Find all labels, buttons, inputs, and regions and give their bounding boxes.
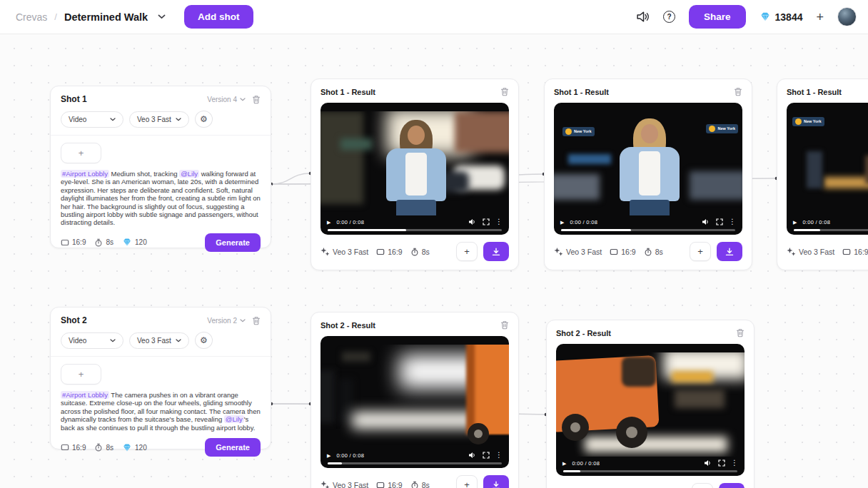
location-tag[interactable]: #Airport Lobbly <box>61 170 109 178</box>
play-icon[interactable]: ▶ <box>560 220 564 225</box>
delete-result-button[interactable] <box>736 328 745 337</box>
prompt-segment: walking forward at eye-level. She is an … <box>61 170 261 226</box>
walking-person-blob <box>865 156 868 184</box>
download-button[interactable] <box>717 242 742 261</box>
shot-type-dropdown[interactable]: Video <box>61 111 123 128</box>
video-progress-bar[interactable] <box>328 229 502 231</box>
settings-gear-button[interactable]: ⚙ <box>195 111 213 128</box>
video-player[interactable]: ▶ 0:00 / 0:08 ⋮ <box>321 336 509 468</box>
sound-button[interactable] <box>636 11 650 23</box>
play-icon[interactable]: ▶ <box>327 220 330 225</box>
video-player[interactable]: ▶ 0:00 / 0:08 ⋮ <box>321 103 509 235</box>
duration-label: 8s <box>644 248 663 256</box>
floor-reflection-blob <box>585 437 727 452</box>
sign-dot <box>709 126 715 132</box>
generate-button[interactable]: Generate <box>205 233 261 252</box>
breadcrumb-project[interactable]: Determined Walk <box>64 11 148 23</box>
video-progress-bar[interactable] <box>328 462 502 464</box>
credits-counter[interactable]: 13844 <box>760 11 803 23</box>
shot-card-1: Shot 1 Version 4 Video Veo 3 Fast ⚙ + #A… <box>50 86 271 248</box>
volume-icon[interactable] <box>468 452 477 459</box>
trash-icon <box>500 320 509 330</box>
suitcase-wheel <box>562 414 589 441</box>
yellow-sign-blob <box>672 371 713 382</box>
fullscreen-icon[interactable] <box>483 452 490 459</box>
fullscreen-icon[interactable] <box>716 218 723 225</box>
prompt-text[interactable]: #Airport Lobbly Medium shot, tracking @L… <box>61 170 261 227</box>
video-player[interactable]: New York ▶ 0:00 / 0:08 ⋮ <box>787 103 868 235</box>
person-shirt <box>405 153 427 195</box>
model-label: Veo 3 Fast <box>787 247 834 256</box>
add-reference-button[interactable]: + <box>61 143 101 163</box>
play-icon[interactable]: ▶ <box>327 453 330 458</box>
add-to-shot-button[interactable]: + <box>456 475 478 488</box>
delete-result-button[interactable] <box>734 87 742 96</box>
generate-button[interactable]: Generate <box>205 438 261 457</box>
play-icon[interactable]: ▶ <box>562 461 566 466</box>
volume-icon[interactable] <box>702 218 710 225</box>
download-button[interactable] <box>719 483 745 488</box>
top-bar: Crevas / Determined Walk Add shot ? Shar… <box>0 0 868 34</box>
character-mention[interactable]: @Lily <box>224 415 244 423</box>
timer-icon <box>644 248 652 256</box>
trash-icon <box>734 87 742 96</box>
add-to-shot-button[interactable]: + <box>690 242 711 261</box>
suitcase-wheel <box>616 417 647 448</box>
settings-gear-button[interactable]: ⚙ <box>195 332 213 349</box>
video-menu-icon[interactable]: ⋮ <box>495 218 503 225</box>
delete-result-button[interactable] <box>500 87 509 96</box>
new-york-sign: New York <box>562 127 595 136</box>
volume-icon[interactable] <box>704 459 712 467</box>
version-dropdown[interactable]: Version 2 <box>207 317 246 325</box>
delete-shot-button[interactable] <box>252 95 261 104</box>
help-button[interactable]: ? <box>663 11 675 23</box>
project-chevron-down-icon[interactable] <box>158 14 166 19</box>
video-menu-icon[interactable]: ⋮ <box>729 218 736 225</box>
video-player[interactable]: New York New York ▶ 0:00 / 0:08 ⋮ <box>554 103 742 235</box>
add-to-shot-button[interactable]: + <box>456 242 478 261</box>
shot-card-2: Shot 2 Version 2 Video Veo 3 Fast ⚙ + #A… <box>50 307 271 449</box>
delete-shot-button[interactable] <box>252 316 261 325</box>
volume-icon[interactable] <box>468 218 477 225</box>
add-reference-button[interactable]: + <box>61 364 101 385</box>
result-title: Shot 2 - Result <box>556 329 611 337</box>
model-dropdown[interactable]: Veo 3 Fast <box>129 332 189 349</box>
video-menu-icon[interactable]: ⋮ <box>731 459 738 467</box>
version-dropdown[interactable]: Version 4 <box>207 96 246 103</box>
awning-blob <box>340 138 372 150</box>
fullscreen-icon[interactable] <box>483 218 490 225</box>
duration-label: 8s <box>94 238 113 247</box>
sign-label: New York <box>717 126 735 131</box>
prompt-segment: Medium shot, tracking <box>109 170 179 178</box>
download-button[interactable] <box>483 475 509 488</box>
trash-icon <box>736 328 745 337</box>
video-progress-bar[interactable] <box>561 229 735 231</box>
add-shot-button[interactable]: Add shot <box>184 5 253 29</box>
fullscreen-icon[interactable] <box>718 459 725 467</box>
video-thumbnail-floor <box>321 345 509 449</box>
video-player[interactable]: ▶ 0:00 / 0:08 ⋮ <box>556 344 745 476</box>
video-progress-bar[interactable] <box>563 470 737 472</box>
walking-person-blob <box>807 151 822 188</box>
download-button[interactable] <box>483 242 509 261</box>
new-york-sign: New York <box>706 124 738 133</box>
user-avatar[interactable] <box>837 7 857 26</box>
model-dropdown[interactable]: Veo 3 Fast <box>129 111 189 128</box>
video-progress-bar[interactable] <box>794 229 868 231</box>
trash-icon <box>252 316 261 325</box>
play-icon[interactable]: ▶ <box>793 220 797 225</box>
breadcrumb-app[interactable]: Crevas <box>16 11 47 23</box>
delete-result-button[interactable] <box>500 320 509 330</box>
prompt-text[interactable]: #Airport Lobbly The camera pushes in on … <box>61 391 261 432</box>
video-time: 0:00 / 0:08 <box>336 219 364 225</box>
result-title: Shot 1 - Result <box>787 88 842 96</box>
timer-icon <box>410 481 419 488</box>
add-to-shot-button[interactable]: + <box>692 483 713 488</box>
sign-dot <box>795 118 802 125</box>
shot-type-dropdown[interactable]: Video <box>61 332 123 349</box>
character-mention[interactable]: @Lily <box>179 170 199 178</box>
add-credits-button[interactable]: + <box>816 11 824 24</box>
location-tag[interactable]: #Airport Lobbly <box>61 391 109 399</box>
video-menu-icon[interactable]: ⋮ <box>495 452 503 459</box>
share-button[interactable]: Share <box>689 5 746 29</box>
